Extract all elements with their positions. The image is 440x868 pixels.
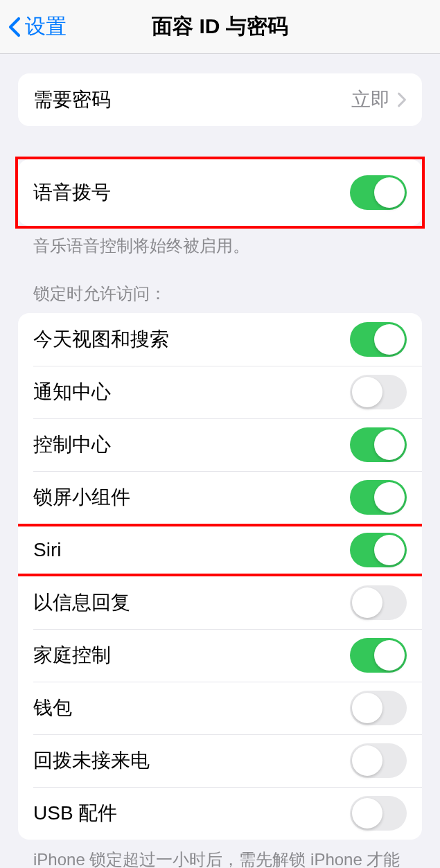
today-view-label: 今天视图和搜索 [33, 326, 169, 353]
home-control-label: 家庭控制 [33, 642, 111, 668]
require-passcode-value: 立即 [351, 87, 390, 113]
siri-label: Siri [33, 539, 61, 561]
wallet-toggle[interactable] [350, 691, 407, 725]
siri-cell: Siri [18, 524, 422, 576]
wallet-label: 钱包 [33, 695, 72, 721]
usb-accessories-cell: USB 配件 [18, 787, 422, 840]
wallet-cell: 钱包 [18, 682, 422, 734]
usb-accessories-label: USB 配件 [33, 800, 117, 826]
reply-message-label: 以信息回复 [33, 590, 130, 616]
usb-footer: iPhone 锁定超过一小时后，需先解锁 iPhone 才能允许USB 配件连接… [18, 840, 422, 868]
reply-message-cell: 以信息回复 [18, 576, 422, 629]
back-label: 设置 [25, 12, 67, 41]
return-missed-call-label: 回拨未接来电 [33, 747, 150, 774]
page-title: 面容 ID 与密码 [152, 12, 288, 41]
notification-center-cell: 通知中心 [18, 366, 422, 418]
chevron-right-icon [397, 92, 407, 107]
today-view-toggle[interactable] [350, 322, 407, 357]
nav-header: 设置 面容 ID 与密码 [0, 0, 440, 54]
control-center-label: 控制中心 [33, 432, 111, 458]
notification-center-label: 通知中心 [33, 379, 111, 405]
require-passcode-label: 需要密码 [33, 87, 111, 113]
notification-center-toggle[interactable] [350, 375, 407, 409]
lock-widgets-label: 锁屏小组件 [33, 484, 130, 511]
lock-access-header: 锁定时允许访问： [18, 283, 422, 313]
lock-access-group: 今天视图和搜索 通知中心 控制中心 锁屏小组件 Siri 以信息回复 家庭 [18, 313, 422, 840]
voice-dial-footer: 音乐语音控制将始终被启用。 [18, 226, 422, 258]
usb-accessories-toggle[interactable] [350, 796, 407, 831]
voice-dial-cell: 语音拨号 [18, 159, 422, 226]
passcode-group: 需要密码 立即 [18, 73, 422, 126]
lock-widgets-cell: 锁屏小组件 [18, 471, 422, 524]
lock-widgets-toggle[interactable] [350, 480, 407, 515]
home-control-toggle[interactable] [350, 638, 407, 673]
return-missed-call-toggle[interactable] [350, 743, 407, 778]
voice-dial-group: 语音拨号 [18, 159, 422, 226]
back-button[interactable]: 设置 [0, 12, 67, 41]
siri-toggle[interactable] [350, 533, 407, 567]
control-center-cell: 控制中心 [18, 418, 422, 471]
require-passcode-cell[interactable]: 需要密码 立即 [18, 73, 422, 126]
return-missed-call-cell: 回拨未接来电 [18, 734, 422, 787]
control-center-toggle[interactable] [350, 427, 407, 462]
voice-dial-label: 语音拨号 [33, 179, 111, 206]
home-control-cell: 家庭控制 [18, 629, 422, 682]
chevron-left-icon [8, 17, 21, 37]
voice-dial-toggle[interactable] [350, 175, 407, 210]
today-view-cell: 今天视图和搜索 [18, 313, 422, 366]
reply-message-toggle[interactable] [350, 585, 407, 620]
